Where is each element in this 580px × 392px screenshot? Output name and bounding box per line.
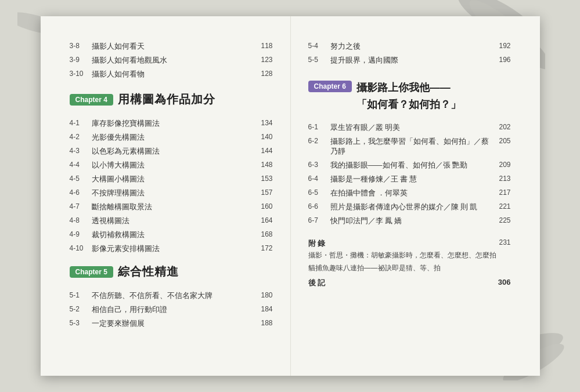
toc-row: 3-8 攝影人如何看天 118 <box>70 39 273 53</box>
toc-page: 118 <box>255 39 273 53</box>
toc-title: 以色彩為元素構圖法 <box>92 144 255 158</box>
toc-row: 6-7 快門叩法門／李 鳳 嬌 225 <box>308 214 511 228</box>
toc-title: 一定要來辦個展 <box>92 317 255 331</box>
toc-num: 3-9 <box>70 53 92 67</box>
toc-row: 4-10 影像元素安排構圖法 172 <box>70 242 273 256</box>
chapter4-toc: 4-1 庫存影像挖寶構圖法 134 4-2 光影優先構圖法 140 4-3 以色… <box>70 117 273 256</box>
toc-page: 202 <box>493 121 511 135</box>
toc-page: 123 <box>255 53 273 67</box>
left-page: 3-8 攝影人如何看天 118 3-9 攝影人如何看地觀風水 123 3-10 … <box>41 16 290 376</box>
toc-num: 6-1 <box>308 121 330 135</box>
toc-row: 6-2 攝影路上，我怎麼學習「如何看、如何拍」／蔡乃靜 205 <box>308 135 511 158</box>
toc-title: 攝影人如何看物 <box>92 67 255 81</box>
toc-page: 217 <box>493 186 511 200</box>
toc-title: 庫存影像挖寶構圖法 <box>92 117 255 130</box>
appendix-row: 附 錄 231 <box>308 237 511 250</box>
toc-num: 4-7 <box>70 200 92 214</box>
chapter5-header: Chapter 5 綜合性精進 <box>70 264 273 280</box>
toc-title: 裁切補救構圖法 <box>92 228 255 242</box>
toc-page: 188 <box>255 317 273 331</box>
toc-num: 4-1 <box>70 117 92 130</box>
chapter6-badge: Chapter 6 <box>308 81 352 92</box>
toc-row: 4-4 以小博大構圖法 148 <box>70 158 273 172</box>
toc-page: 196 <box>493 53 511 67</box>
toc-num: 4-9 <box>70 228 92 242</box>
toc-row: 5-4 努力之後 192 <box>308 39 511 53</box>
toc-row: 4-8 透視構圖法 164 <box>70 214 273 228</box>
right-page: 5-4 努力之後 192 5-5 提升眼界，邁向國際 196 Chapter 6… <box>290 16 540 376</box>
toc-row: 4-3 以色彩為元素構圖法 144 <box>70 144 273 158</box>
toc-row: 6-6 照片是攝影者傳達內心世界的媒介／陳 則 凱 221 <box>308 200 511 214</box>
toc-row: 5-3 一定要來辦個展 188 <box>70 317 273 331</box>
toc-page: 225 <box>493 214 511 228</box>
toc-title: 快門叩法門／李 鳳 嬌 <box>330 214 493 228</box>
toc-page: 140 <box>255 130 273 144</box>
chapter4-badge: Chapter 4 <box>70 94 113 106</box>
toc-num: 4-2 <box>70 130 92 144</box>
toc-num: 3-10 <box>70 67 92 81</box>
toc-title: 不按牌理構圖法 <box>92 186 255 200</box>
toc-num: 6-6 <box>308 200 330 214</box>
postscript-row: 後 記 306 <box>308 275 511 289</box>
toc-page: 184 <box>255 303 273 317</box>
toc-num: 4-10 <box>70 242 92 256</box>
chapter5-toc: 5-1 不信所聽、不信所看、不信名家大牌 180 5-2 相信自己，用行動印證 … <box>70 289 273 331</box>
toc-page: 153 <box>255 172 273 186</box>
toc-num: 5-5 <box>308 53 330 67</box>
toc-num: 6-2 <box>308 135 330 158</box>
toc-page: 168 <box>255 228 273 242</box>
toc-page: 164 <box>255 214 273 228</box>
toc-row: 4-9 裁切補救構圖法 168 <box>70 228 273 242</box>
chapter5-title: 綜合性精進 <box>118 264 179 280</box>
toc-title: 在拍攝中體會 ．何翠英 <box>330 186 493 200</box>
toc-row: 4-1 庫存影像挖寶構圖法 134 <box>70 117 273 130</box>
toc-row: 5-1 不信所聽、不信所看、不信名家大牌 180 <box>70 289 273 303</box>
toc-page: 213 <box>493 172 511 186</box>
toc-title: 透視構圖法 <box>92 214 255 228</box>
appendix-section: 附 錄 231 攝影・哲思・攤機：胡敏豪攝影時，怎麼看、怎麼想、怎麼拍 貓捕魚趣… <box>308 237 511 289</box>
toc-title: 影像元素安排構圖法 <box>92 242 255 256</box>
toc-num: 4-8 <box>70 214 92 228</box>
toc-title: 以小博大構圖法 <box>92 158 255 172</box>
toc-num: 4-6 <box>70 186 92 200</box>
appendix-page: 231 <box>499 238 510 249</box>
toc-title: 攝影是一種修煉／王 書 慧 <box>330 172 493 186</box>
toc-title: 照片是攝影者傳達內心世界的媒介／陳 則 凱 <box>330 200 493 214</box>
chapter6-header: Chapter 6 攝影路上你我他—— 「如何看？如何拍？」 <box>308 79 511 112</box>
toc-row: 5-5 提升眼界，邁向國際 196 <box>308 53 511 67</box>
postscript-title: 後 記 <box>308 278 326 288</box>
toc-page: 134 <box>255 117 273 130</box>
toc-title: 眾生皆有眼／叢 明美 <box>330 121 493 135</box>
toc-row: 3-9 攝影人如何看地觀風水 123 <box>70 53 273 67</box>
appendix-title: 附 錄 <box>308 238 326 249</box>
appendix-desc2: 貓捕魚趣味八連拍——祕訣即是猜、等、拍 <box>308 263 511 274</box>
toc-page: 205 <box>493 135 511 158</box>
toc-title: 光影優先構圖法 <box>92 130 255 144</box>
chapter6-title-line2: 「如何看？如何拍？」 <box>356 97 461 112</box>
book-spread: 3-8 攝影人如何看天 118 3-9 攝影人如何看地觀風水 123 3-10 … <box>41 16 540 376</box>
chapter3-tail: 3-8 攝影人如何看天 118 3-9 攝影人如何看地觀風水 123 3-10 … <box>70 39 273 81</box>
appendix-desc1: 攝影・哲思・攤機：胡敏豪攝影時，怎麼看、怎麼想、怎麼拍 <box>308 250 511 261</box>
toc-page: 209 <box>493 158 511 172</box>
toc-page: 192 <box>493 39 511 53</box>
toc-page: 148 <box>255 158 273 172</box>
postscript-page: 306 <box>498 278 511 288</box>
toc-title: 不信所聽、不信所看、不信名家大牌 <box>92 289 255 303</box>
toc-num: 5-3 <box>70 317 92 331</box>
chapter4-title: 用構圖為作品加分 <box>118 92 215 107</box>
toc-row: 6-3 我的攝影眼——如何看、如何拍／張 艷勤 209 <box>308 158 511 172</box>
chapter6-title-line1: 攝影路上你我他—— <box>356 80 461 96</box>
toc-page: 160 <box>255 200 273 214</box>
toc-row: 4-7 斷捨離構圖取景法 160 <box>70 200 273 214</box>
toc-row: 5-2 相信自己，用行動印證 184 <box>70 303 273 317</box>
toc-row: 3-10 攝影人如何看物 128 <box>70 67 273 81</box>
toc-title: 攝影人如何看天 <box>92 39 255 53</box>
toc-title: 努力之後 <box>330 39 493 53</box>
toc-row: 4-2 光影優先構圖法 140 <box>70 130 273 144</box>
toc-num: 6-3 <box>308 158 330 172</box>
toc-page: 172 <box>255 242 273 256</box>
toc-num: 5-1 <box>70 289 92 303</box>
toc-title: 我的攝影眼——如何看、如何拍／張 艷勤 <box>330 158 493 172</box>
toc-num: 6-7 <box>308 214 330 228</box>
toc-row: 4-6 不按牌理構圖法 157 <box>70 186 273 200</box>
